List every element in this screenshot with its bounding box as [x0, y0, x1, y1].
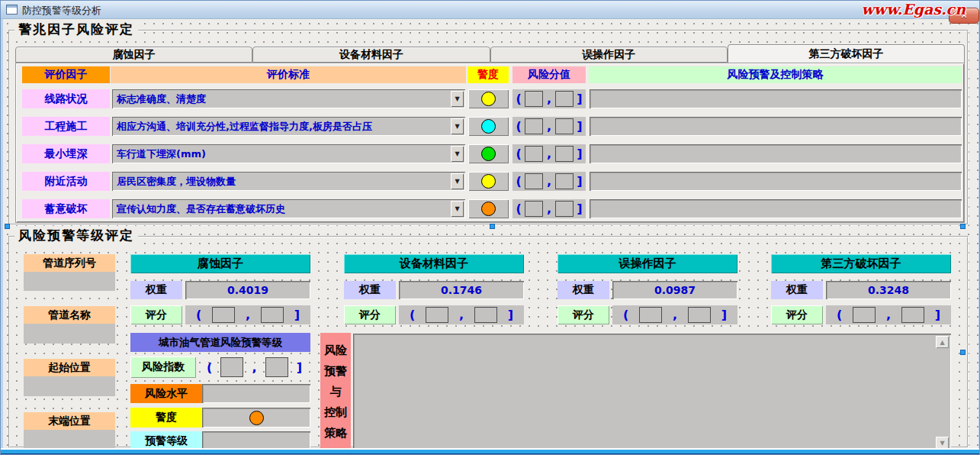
score-high-input[interactable]: [474, 307, 497, 323]
bracket-open: (: [623, 308, 628, 322]
factor-header-third-party: 第三方破坏因子: [771, 254, 951, 273]
chevron-down-icon[interactable]: ▼: [451, 146, 464, 162]
alert-dot: [481, 92, 496, 106]
bracket-sep: ,: [547, 147, 551, 161]
col-header-strategy: 风险预警及控制策略: [589, 66, 962, 83]
factor-header-misoperation: 误操作因子: [557, 254, 737, 273]
bracket-sep: ,: [547, 119, 551, 134]
risk-index-low-input[interactable]: [220, 357, 243, 377]
standard-combobox[interactable]: 宣传认知力度、是否存在蓄意破坏历史 ▼: [112, 199, 465, 218]
risk-index-label: 风险指数: [130, 357, 196, 378]
factor-header-equipment: 设备材料因子: [344, 254, 524, 273]
weight-value: 0.1746: [399, 281, 524, 299]
weight-value: 0.0987: [612, 281, 737, 299]
score-high-input[interactable]: [555, 118, 574, 134]
alert-indicator-panel: [468, 117, 509, 136]
bracket-open: (: [516, 119, 522, 134]
start-position-value[interactable]: [24, 376, 115, 396]
score-high-input[interactable]: [261, 307, 284, 323]
bracket-close: ]: [577, 119, 582, 134]
factor-score-range: ( , ]: [185, 305, 310, 324]
score-high-input[interactable]: [555, 146, 574, 162]
risk-index-high-input[interactable]: [265, 357, 288, 377]
score-high-input[interactable]: [555, 201, 574, 217]
score-label: 评分: [557, 305, 609, 324]
standard-combobox[interactable]: 相应方沟通、培训充分性,过程监督指导力度,板房是否占压 ▼: [112, 117, 465, 136]
window-bottom-border: [1, 448, 980, 454]
bracket-open: (: [516, 174, 522, 189]
bracket-close: ]: [577, 202, 582, 216]
score-low-input[interactable]: [525, 91, 543, 107]
strategy-textbox[interactable]: [590, 117, 962, 136]
app-window: 防控预警等级分析 www.Egas.cn ✕ 警兆因子风险评定 腐蚀因子 设备材…: [0, 0, 980, 455]
factor-label: 最小埋深: [22, 144, 110, 163]
score-low-input[interactable]: [426, 307, 448, 323]
score-low-input[interactable]: [525, 201, 543, 217]
strategy-textbox[interactable]: [590, 89, 962, 108]
strategy-textarea[interactable]: ▲ ▼: [353, 334, 951, 451]
selection-handle[interactable]: [960, 224, 966, 229]
end-position-value[interactable]: [24, 430, 115, 450]
start-position-label: 起始位置: [24, 359, 115, 376]
chevron-down-icon[interactable]: ▼: [451, 91, 464, 107]
factor-label: 蓄意破坏: [22, 199, 110, 218]
section1-title: 警兆因子风险评定: [14, 21, 138, 38]
alert-degree-panel: [202, 408, 310, 428]
selection-handle[interactable]: [5, 224, 10, 229]
tab-third-party[interactable]: 第三方破坏因子: [728, 44, 965, 63]
factor-label: 附近活动: [22, 172, 110, 191]
scroll-down-button[interactable]: ▼: [936, 437, 949, 449]
score-low-input[interactable]: [525, 173, 543, 189]
chevron-down-icon[interactable]: ▼: [451, 201, 464, 217]
chevron-down-icon[interactable]: ▼: [451, 173, 464, 189]
chevron-down-icon[interactable]: ▼: [451, 118, 464, 134]
factor-score-range: ( , ]: [399, 305, 524, 324]
pipeline-serial-value[interactable]: [24, 272, 115, 291]
score-low-input[interactable]: [525, 118, 543, 134]
alert-dot: [481, 202, 496, 216]
alert-indicator-panel: [468, 144, 509, 163]
strategy-textbox[interactable]: [590, 172, 962, 191]
tab-equipment-material[interactable]: 设备材料因子: [252, 47, 490, 63]
alert-dot: [249, 411, 264, 425]
weight-value: 0.3248: [826, 281, 951, 299]
standard-combobox[interactable]: 居民区密集度，埋设物数量 ▼: [112, 172, 465, 191]
bracket-open: (: [516, 202, 522, 216]
risk-level-label: 风险水平: [130, 384, 202, 403]
scroll-up-button[interactable]: ▲: [936, 336, 949, 348]
pipeline-name-value[interactable]: [24, 324, 115, 344]
score-low-input[interactable]: [853, 307, 876, 323]
tab-corrosion[interactable]: 腐蚀因子: [15, 47, 252, 63]
weight-label: 权重: [130, 281, 182, 299]
score-label: 评分: [130, 305, 182, 324]
risk-index-range: ( , ]: [198, 357, 310, 378]
score-high-input[interactable]: [555, 173, 574, 189]
weight-value: 0.4019: [185, 281, 310, 299]
risk-score-range: ( , ]: [512, 144, 586, 163]
bracket-open: (: [196, 308, 201, 322]
bracket-close: ]: [577, 147, 582, 161]
bracket-open: (: [516, 92, 522, 106]
risk-level-value[interactable]: [202, 384, 310, 403]
factor-tab-body: 评价因子 评价标准 警度 风险分值 风险预警及控制策略 线路状况 标志准确度、清…: [15, 63, 965, 223]
alert-dot: [481, 174, 496, 189]
bracket-sep: ,: [547, 202, 551, 216]
tab-misoperation[interactable]: 误操作因子: [490, 47, 728, 63]
col-header-factor: 评价因子: [22, 66, 110, 83]
end-position-label: 末端位置: [24, 412, 115, 430]
strategy-textbox[interactable]: [590, 199, 962, 218]
col-header-standard: 评价标准: [111, 66, 466, 83]
score-low-input[interactable]: [639, 307, 662, 323]
score-low-input[interactable]: [525, 146, 543, 162]
score-label: 评分: [771, 305, 823, 324]
score-low-input[interactable]: [212, 307, 235, 323]
standard-combobox[interactable]: 标志准确度、清楚度 ▼: [112, 89, 465, 108]
score-high-input[interactable]: [555, 91, 574, 107]
pipeline-name-label: 管道名称: [24, 306, 115, 324]
strategy-textbox[interactable]: [590, 144, 962, 163]
standard-combobox[interactable]: 车行道下埋深(mm) ▼: [112, 144, 465, 163]
score-high-input[interactable]: [688, 307, 711, 323]
selection-handle[interactable]: [490, 224, 495, 229]
score-high-input[interactable]: [901, 307, 924, 323]
bracket-close: ]: [294, 308, 300, 322]
